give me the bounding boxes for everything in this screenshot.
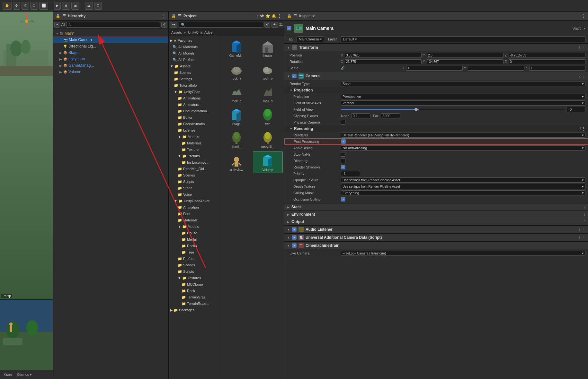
audio-listener-more-icon[interactable]: ⋮ — [582, 228, 585, 231]
tag-dropdown[interactable]: MainCamera ▾ — [297, 36, 324, 42]
tree-item-main-camera[interactable]: 📷 Main Camera — [53, 37, 168, 43]
toolbar-hand-btn[interactable]: ✋ — [3, 2, 12, 10]
depth-texture-dropdown[interactable]: Use settings from Render Pipeline Asset … — [341, 184, 585, 189]
tree-house[interactable]: 📁 House — [169, 230, 220, 236]
toolbar-pause-btn[interactable]: ⏸ — [62, 2, 70, 10]
tree-editor[interactable]: 📁 Editor — [169, 114, 220, 121]
stack-header[interactable]: ▶ Stack ? — [284, 203, 588, 211]
tree-animation2[interactable]: 📁 Animation — [169, 204, 220, 211]
file-item-rock-a[interactable]: rock_a — [221, 60, 252, 82]
favorites-all-materials[interactable]: 🔍 All Materials — [169, 44, 220, 50]
tree-animators[interactable]: 📁 Animators — [169, 101, 220, 108]
project-menu-icon[interactable]: ☰ — [178, 14, 182, 18]
camera-enabled-checkbox[interactable] — [292, 74, 297, 78]
game-view[interactable] — [0, 299, 53, 370]
stack-help-icon[interactable]: ? — [584, 205, 585, 209]
tree-terraingras[interactable]: 📁 TerrainGras... — [169, 294, 220, 300]
toolbar-scale-btn[interactable]: ⬡ — [30, 2, 38, 10]
tree-font[interactable]: 📁 Font — [169, 211, 220, 217]
tree-prefabs[interactable]: ▼ 📁 Prefabs — [169, 153, 220, 159]
file-item-volume[interactable]: Volume — [253, 151, 283, 173]
universal-camera-more-icon[interactable]: ⋮ — [582, 236, 585, 239]
tree-tree[interactable]: 📁 Tree — [169, 249, 220, 255]
scene-view[interactable]: Persp — [0, 12, 53, 299]
toolbar-move-btn[interactable]: ✛ — [13, 2, 20, 10]
scale-z-input[interactable] — [529, 66, 585, 71]
tree-terrainroad[interactable]: 📁 TerrainRoad... — [169, 300, 220, 307]
audio-listener-enabled-checkbox[interactable] — [292, 227, 297, 232]
tree-item-main-star[interactable]: ▼ 🎬 Main* — [53, 30, 168, 37]
project-eye-btn[interactable]: 👁 — [272, 22, 278, 28]
project-refresh-btn[interactable]: ↺ — [264, 22, 270, 28]
tree-textures[interactable]: ▼ 📁 Textures — [169, 275, 220, 281]
tree-unitychanadv[interactable]: ▼ 📁 UnityChanAdver... — [169, 198, 220, 204]
tree-materials[interactable]: 📁 Materials — [169, 140, 220, 146]
favorites-all-models[interactable]: 🔍 All Models — [169, 50, 220, 56]
position-y-input[interactable] — [427, 53, 503, 58]
tree-item-directional-light[interactable]: 💡 Directional Lig... — [53, 43, 168, 49]
output-header[interactable]: ▶ Output ? — [284, 218, 588, 225]
stats-tab[interactable]: Stats — [1, 372, 14, 377]
project-star-icon[interactable]: ⭐ — [265, 14, 270, 18]
dithering-checkbox[interactable] — [341, 159, 345, 163]
tree-documentation[interactable]: 📁 Documentation... — [169, 108, 220, 114]
project-eye-icon[interactable]: 👁 — [260, 14, 264, 18]
transform-header[interactable]: ▼ ↔ Transform ? ⋮ — [284, 44, 588, 51]
project-bell-icon[interactable]: 🔔 — [272, 14, 276, 18]
tree-medal[interactable]: 📁 Medal — [169, 236, 220, 243]
environment-help-icon[interactable]: ? — [584, 213, 585, 216]
fov-slider[interactable] — [341, 109, 564, 110]
file-item-rock-c[interactable]: rock_c — [221, 83, 252, 104]
tree-readme[interactable]: 📁 ReadMe_Old... — [169, 166, 220, 172]
project-lock-icon[interactable]: 🔒 — [171, 14, 176, 18]
scene-canvas[interactable]: Persp — [0, 12, 53, 299]
position-x-input[interactable] — [345, 53, 422, 58]
tree-animations[interactable]: 📁 Animations — [169, 95, 220, 101]
tree-scripts[interactable]: 📁 Scripts — [169, 178, 220, 185]
camera-more-icon[interactable]: ⋮ — [582, 74, 585, 78]
anti-aliasing-dropdown[interactable]: No Anti-aliasing ▾ — [341, 145, 585, 151]
obj-enabled-checkbox[interactable] — [287, 26, 291, 30]
far-input[interactable] — [381, 113, 400, 118]
tree-packages[interactable]: ▶ 📁 Packages — [169, 307, 220, 313]
render-type-dropdown[interactable]: Base ▾ — [341, 81, 585, 86]
tree-faceanimation[interactable]: 📁 FaceAnimatio... — [169, 121, 220, 127]
audio-listener-help-icon[interactable]: ? — [578, 228, 580, 231]
breadcrumb-unitychan[interactable]: UnityChanAdve... — [188, 30, 216, 34]
toolbar-step-btn[interactable]: ⏭ — [71, 2, 79, 10]
tree-rock[interactable]: 📁 Rock — [169, 288, 220, 294]
hierarchy-search[interactable] — [66, 22, 160, 28]
renderer-dropdown[interactable]: Default Renderer (URP-HighFidelity-Rende… — [341, 133, 585, 138]
tree-stage[interactable]: 📁 Stage — [169, 185, 220, 191]
cinemachine-enabled-checkbox[interactable] — [292, 243, 297, 248]
opaque-texture-dropdown[interactable]: Use settings from Render Pipeline Asset … — [341, 177, 585, 183]
tree-item-gamemanager[interactable]: ▶ 📦 GameManag... — [53, 62, 168, 69]
favorites-all-prefabs[interactable]: 🔍 All Prefabs — [169, 56, 220, 63]
file-item-rock-b[interactable]: rock_b — [253, 60, 283, 82]
toolbar-play-btn[interactable]: ▶ — [54, 2, 61, 10]
file-item-unitych[interactable]: unitych... — [221, 151, 252, 173]
hierarchy-options-icon[interactable]: ⋮ — [162, 14, 166, 18]
breadcrumb-assets[interactable]: Assets — [171, 30, 182, 34]
hierarchy-add-btn[interactable]: + — [54, 22, 60, 28]
hierarchy-refresh-btn[interactable]: ↺ — [161, 22, 167, 28]
toolbar-cloud-btn[interactable]: ☁ — [85, 2, 93, 10]
tree-mcclogo[interactable]: 📁 MCCLogo — [169, 281, 220, 288]
tree-voice[interactable]: 📁 Voice — [169, 191, 220, 198]
scale-y-input[interactable] — [468, 66, 524, 71]
post-processing-checkbox[interactable] — [341, 139, 346, 144]
favorites-header[interactable]: ▶ ★ Favorites — [169, 37, 220, 44]
tree-texture[interactable]: 📁 Texture — [169, 146, 220, 153]
gizmos-tab[interactable]: Gizmos ▾ — [14, 372, 34, 377]
rotation-z-input[interactable] — [509, 59, 585, 64]
file-item-stage[interactable]: Stage — [221, 106, 252, 127]
tree-item-stage[interactable]: ▶ 📦 Stage — [53, 49, 168, 56]
file-item-house[interactable]: house — [253, 37, 283, 59]
tree-materials2[interactable]: 📁 Materials — [169, 217, 220, 223]
tree-tutorialinfo[interactable]: 📁 TutorialInfo — [169, 82, 220, 89]
toolbar-rotate-btn[interactable]: ↺ — [22, 2, 29, 10]
tree-scenes2[interactable]: 📁 Scenes — [169, 172, 220, 178]
fov-input[interactable] — [566, 107, 585, 112]
transform-help-icon[interactable]: ? — [578, 46, 580, 49]
project-add-btn[interactable]: + — [257, 14, 259, 18]
